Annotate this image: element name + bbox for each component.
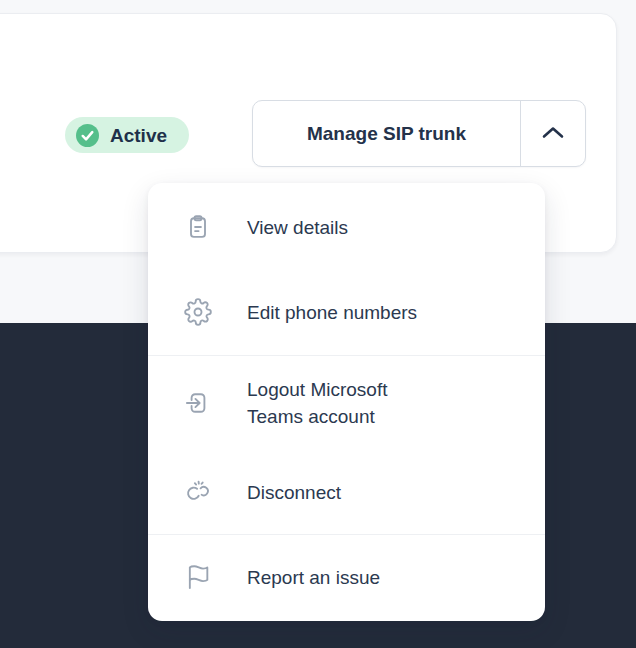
logout-icon (184, 389, 212, 417)
menu-item-logout-teams[interactable]: Logout Microsoft Teams account (148, 356, 545, 450)
flag-icon (184, 563, 212, 591)
menu-item-label: Logout Microsoft Teams account (247, 376, 432, 430)
menu-item-view-details[interactable]: View details (148, 185, 545, 269)
clipboard-icon (184, 213, 212, 241)
chevron-up-icon (542, 126, 564, 142)
split-button-toggle[interactable] (521, 101, 585, 166)
menu-item-edit-phone-numbers[interactable]: Edit phone numbers (148, 269, 545, 355)
page-root: Active Manage SIP trunk View details (0, 0, 636, 648)
menu-item-label: Disconnect (247, 479, 341, 506)
menu-item-label: View details (247, 214, 348, 241)
disconnect-icon (184, 478, 212, 506)
menu-item-disconnect[interactable]: Disconnect (148, 450, 545, 534)
status-badge: Active (65, 117, 189, 153)
status-badge-label: Active (110, 126, 167, 145)
menu-item-report-issue[interactable]: Report an issue (148, 535, 545, 619)
menu-item-label: Report an issue (247, 564, 380, 591)
manage-sip-trunk-button[interactable]: Manage SIP trunk (253, 101, 520, 166)
dropdown-menu: View details Edit phone numbers Logout M… (148, 183, 545, 621)
check-circle-icon (76, 124, 99, 147)
gear-icon (184, 298, 212, 326)
menu-item-label: Edit phone numbers (247, 299, 417, 326)
manage-sip-trunk-split-button: Manage SIP trunk (252, 100, 586, 167)
